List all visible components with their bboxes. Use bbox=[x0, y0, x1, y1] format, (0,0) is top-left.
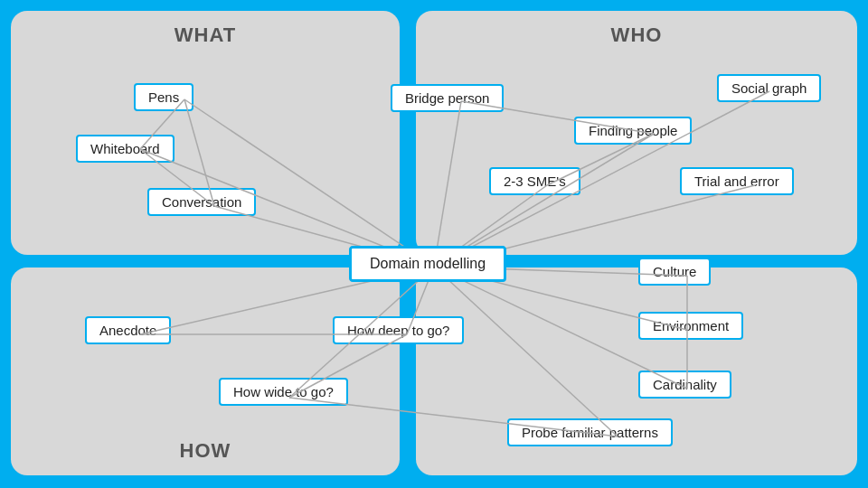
node-pens: Pens bbox=[134, 83, 193, 111]
node-finding-people: Finding people bbox=[574, 117, 692, 145]
node-whiteboard: Whiteboard bbox=[76, 135, 175, 163]
node-conversation: Conversation bbox=[147, 188, 256, 216]
panel-how: HOW bbox=[11, 267, 400, 475]
panel-what: WHAT bbox=[11, 11, 400, 255]
node-probe: Probe familiar patterns bbox=[507, 418, 673, 446]
node-culture: Culture bbox=[638, 258, 711, 286]
node-anecdote: Anecdote bbox=[85, 316, 171, 344]
node-smes: 2-3 SME's bbox=[489, 167, 580, 195]
node-how-deep: How deep to go? bbox=[333, 316, 464, 344]
node-how-wide: How wide to go? bbox=[219, 378, 348, 406]
panel-how-label: HOW bbox=[180, 439, 231, 463]
node-bridge-person: Bridge person bbox=[391, 84, 504, 112]
node-domain-modelling: Domain modelling bbox=[349, 246, 506, 282]
panel-what-label: WHAT bbox=[175, 23, 236, 47]
node-social-graph: Social graph bbox=[717, 74, 821, 102]
panel-who-label: WHO bbox=[611, 23, 663, 47]
node-trial-error: Trial and error bbox=[680, 167, 794, 195]
node-cardinality: Cardinality bbox=[638, 371, 731, 399]
node-environment: Environment bbox=[638, 312, 743, 340]
